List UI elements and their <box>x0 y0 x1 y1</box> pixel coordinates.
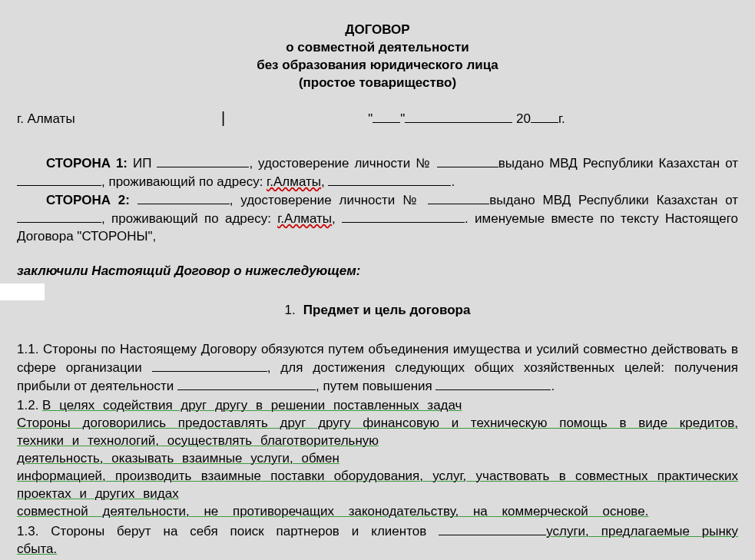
divider: | <box>217 108 230 128</box>
party-2-label: СТОРОНА 2: <box>46 193 130 207</box>
title-3: без образования юридического лица <box>17 57 738 75</box>
clause-1-1: 1.1. Стороны по Настоящему Договору обяз… <box>17 341 738 396</box>
section-1-header: 1.Предмет и цель договора <box>17 302 738 320</box>
title-4: (простое товарищество) <box>17 75 738 92</box>
title-2: о совместной деятельности <box>17 39 738 57</box>
addr-city-1: г.Алматы <box>267 174 321 189</box>
party-1-label: СТОРОНА 1: <box>46 156 127 171</box>
parties-block: СТОРОНА 1: ИП , удостоверение личности №… <box>17 154 738 246</box>
white-notch <box>0 283 45 300</box>
date-field: "" 20г. <box>230 110 738 128</box>
clause-1-2: 1.2. В целях содействия друг другу в реш… <box>17 397 738 521</box>
clause-1-3: 1.3. Стороны берут на себя поиск партнер… <box>17 522 738 558</box>
title-1: ДОГОВОР <box>17 22 738 39</box>
conclude-line: заключили Настоящий Договор о нижеследую… <box>17 263 738 280</box>
city-label: г. Алматы <box>17 111 217 128</box>
addr-city-2: г.Алматы <box>277 211 332 226</box>
